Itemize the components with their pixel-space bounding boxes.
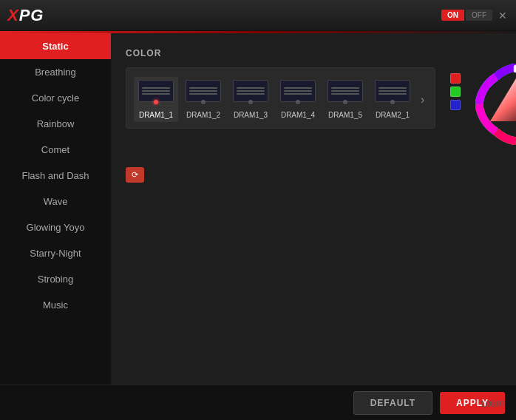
dram-label-3: DRAM1_3: [234, 111, 268, 119]
content-area: COLOR DRAM1_1: [111, 33, 516, 420]
bottom-bar: DEFAULT APPLY: [0, 385, 516, 420]
dram-modules-container: DRAM1_1 DRAM1_2: [126, 67, 435, 129]
dram-module-5[interactable]: DRAM1_5: [323, 77, 367, 122]
svg-marker-2: [490, 78, 516, 121]
sidebar-item-rainbow[interactable]: Rainbow: [0, 111, 111, 137]
close-button[interactable]: ✕: [497, 10, 509, 21]
app-logo: XPG: [7, 6, 44, 25]
dram-label-5: DRAM1_5: [328, 111, 362, 119]
dram-module-3[interactable]: DRAM1_3: [228, 77, 273, 122]
sidebar-item-wave[interactable]: Wave: [0, 189, 111, 214]
dram-icon-4: [280, 80, 316, 106]
color-dot-red[interactable]: [450, 73, 461, 84]
color-dot-blue[interactable]: [450, 100, 461, 110]
sidebar-item-color-cycle[interactable]: Color cycle: [0, 85, 111, 111]
dram-icon-5: [327, 80, 363, 106]
version-text: 1.00.07: [481, 400, 505, 408]
title-bar: XPG ON OFF ✕: [0, 0, 516, 31]
sidebar: Static Breathing Color cycle Rainbow Com…: [0, 33, 111, 420]
sidebar-item-starry-night[interactable]: Starry-Night: [0, 240, 111, 266]
title-bar-controls: ON OFF ✕: [441, 10, 509, 21]
dram-color-section: DRAM1_1 DRAM1_2: [126, 67, 516, 145]
dram-label-2: DRAM1_2: [186, 111, 220, 119]
sidebar-item-breathing[interactable]: Breathing: [0, 59, 111, 85]
sidebar-item-flash-and-dash[interactable]: Flash and Dash: [0, 163, 111, 189]
color-wheel-container: [475, 64, 516, 145]
on-off-toggle[interactable]: ON OFF: [441, 10, 492, 21]
sidebar-item-music[interactable]: Music: [0, 292, 111, 318]
sync-button-area: ⟳: [126, 156, 516, 183]
sidebar-item-glowing-yoyo[interactable]: Glowing Yoyo: [0, 214, 111, 240]
dram-icon-2: [186, 80, 221, 106]
logo-text: XPG: [7, 6, 44, 25]
default-button[interactable]: DEFAULT: [353, 391, 432, 415]
dram-icon-3: [233, 80, 268, 106]
dram-module-4[interactable]: DRAM1_4: [276, 77, 320, 122]
dram-icon-6: [375, 80, 410, 106]
color-wheel[interactable]: [475, 64, 516, 145]
dram-label-1: DRAM1_1: [139, 111, 173, 119]
toggle-off-button[interactable]: OFF: [466, 10, 492, 21]
sidebar-item-strobing[interactable]: Strobing: [0, 266, 111, 292]
toggle-on-button[interactable]: ON: [441, 10, 464, 21]
sync-icon: ⟳: [132, 170, 138, 180]
dram-module-2[interactable]: DRAM1_2: [181, 77, 225, 122]
dram-label-4: DRAM1_4: [281, 111, 315, 119]
dram-module-1[interactable]: DRAM1_1: [134, 77, 178, 122]
color-dot-green[interactable]: [450, 87, 461, 97]
dram-icon-1: [138, 80, 174, 106]
color-palette: [450, 73, 461, 110]
color-section-label: COLOR: [126, 48, 516, 58]
sidebar-item-static[interactable]: Static: [0, 33, 111, 59]
dram-label-6: DRAM2_1: [376, 111, 410, 119]
sync-button[interactable]: ⟳: [126, 167, 144, 183]
sidebar-item-comet[interactable]: Comet: [0, 137, 111, 163]
main-layout: Static Breathing Color cycle Rainbow Com…: [0, 33, 516, 420]
scroll-right-arrow[interactable]: ›: [418, 93, 427, 106]
dram-module-6[interactable]: DRAM2_1: [370, 77, 415, 122]
